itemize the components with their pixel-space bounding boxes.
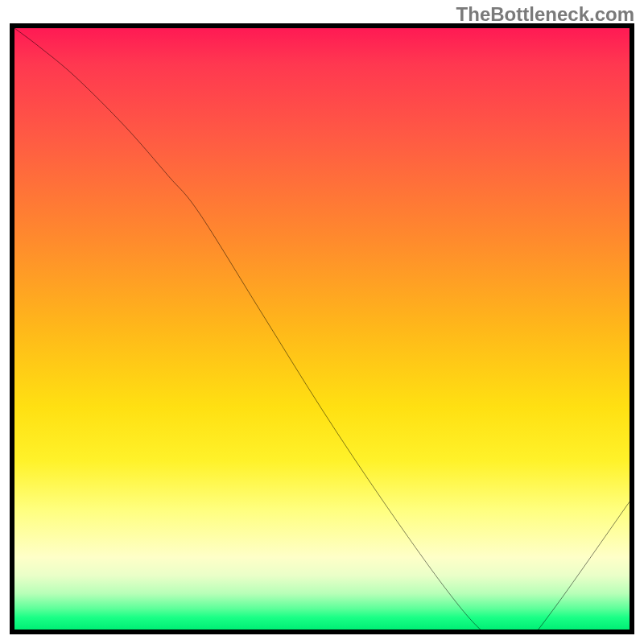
plot-area: [14, 28, 630, 630]
optimal-range-marker: [494, 632, 543, 634]
watermark-text: TheBottleneck.com: [456, 3, 634, 26]
bottleneck-curve: [14, 28, 630, 634]
chart-frame: [10, 23, 634, 634]
